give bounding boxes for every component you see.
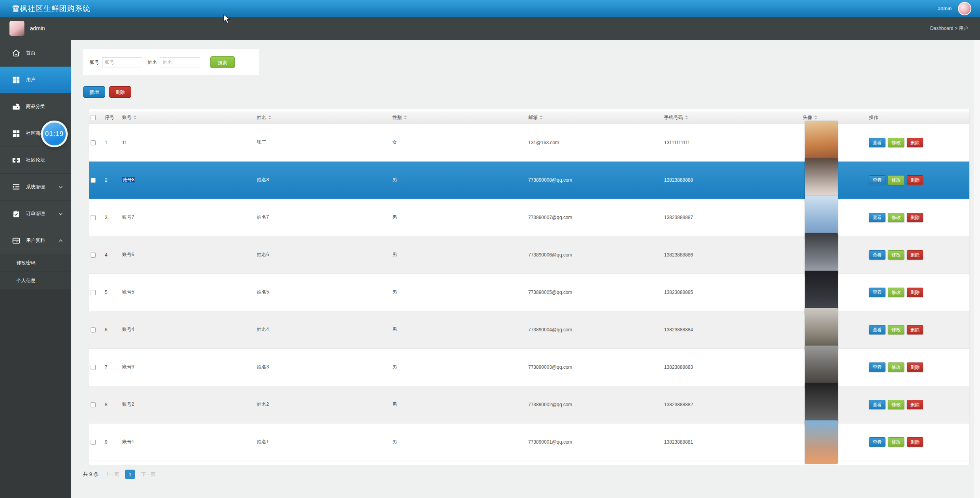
view-button[interactable]: 查看 xyxy=(869,175,885,185)
edit-button[interactable]: 修改 xyxy=(888,175,904,185)
table-row[interactable]: 7 账号3 姓名3 男 773890003@qq.com 13823888883… xyxy=(89,348,969,386)
delete-button[interactable]: 删除 xyxy=(907,213,923,222)
select-all-checkbox[interactable] xyxy=(91,115,96,120)
table-row[interactable]: 2 账号8 姓名8 男 773890008@qq.com 13823888888… xyxy=(89,161,969,199)
cell-phone: 13823888886 xyxy=(664,252,693,258)
header-gender[interactable]: 性别 xyxy=(392,114,402,121)
row-checkbox[interactable] xyxy=(91,327,96,333)
table-row[interactable]: 3 账号7 姓名7 男 773890007@qq.com 13823888887… xyxy=(89,199,969,236)
sidebar-item-order-management[interactable]: 订单管理 xyxy=(0,201,71,227)
header-name[interactable]: 姓名 xyxy=(257,114,266,121)
sort-icon[interactable] xyxy=(814,115,817,119)
current-page-button[interactable]: 1 xyxy=(125,470,135,479)
sidebar-item-label: 系统管理 xyxy=(26,184,45,190)
row-checkbox[interactable] xyxy=(91,140,96,145)
sort-icon[interactable] xyxy=(685,115,688,119)
sort-icon[interactable] xyxy=(404,115,407,119)
cell-account: 账号3 xyxy=(122,364,134,370)
table-row[interactable]: 9 账号1 姓名1 男 773890001@qq.com 13823888881… xyxy=(89,423,969,461)
view-button[interactable]: 查看 xyxy=(869,437,885,447)
delete-button[interactable]: 删除 xyxy=(907,362,923,372)
row-actions: 查看 修改 删除 xyxy=(869,213,969,222)
app-title: 雪枫社区生鲜团购系统 xyxy=(12,0,91,17)
add-button[interactable]: 新增 xyxy=(83,86,105,98)
row-checkbox[interactable] xyxy=(91,440,96,445)
row-checkbox[interactable] xyxy=(91,253,96,258)
user-avatar[interactable] xyxy=(9,21,24,36)
row-checkbox[interactable] xyxy=(91,215,96,220)
table-row[interactable]: 8 账号2 姓名2 男 773890002@qq.com 13823888882… xyxy=(89,386,969,423)
delete-button[interactable]: 删除 xyxy=(907,437,923,447)
view-button[interactable]: 查看 xyxy=(869,288,885,297)
delete-button[interactable]: 删除 xyxy=(907,250,923,260)
total-count: 共 9 条 xyxy=(83,471,98,478)
table-row[interactable]: 6 账号4 姓名4 男 773890004@qq.com 13823888884… xyxy=(89,311,969,348)
header-phone[interactable]: 手机号码 xyxy=(664,114,683,121)
cell-account: 11 xyxy=(122,140,127,145)
cell-name: 姓名6 xyxy=(257,252,269,257)
row-checkbox[interactable] xyxy=(91,178,96,183)
edit-button[interactable]: 修改 xyxy=(888,213,904,222)
account-input[interactable] xyxy=(102,57,142,67)
next-page-button[interactable]: 下一页 xyxy=(141,471,155,478)
header-avatar[interactable]: 头像 xyxy=(803,114,812,121)
cell-gender: 男 xyxy=(392,177,397,182)
edit-button[interactable]: 修改 xyxy=(888,138,904,147)
cell-name: 姓名2 xyxy=(257,401,269,407)
delete-button[interactable]: 删除 xyxy=(907,325,923,334)
sidebar-item-users[interactable]: 用户 xyxy=(0,67,71,93)
edit-button[interactable]: 修改 xyxy=(888,325,904,334)
sidebar-subitem-change-password[interactable]: 修改密码 xyxy=(0,254,71,272)
view-button[interactable]: 查看 xyxy=(869,325,885,334)
delete-button[interactable]: 删除 xyxy=(109,86,131,98)
view-button[interactable]: 查看 xyxy=(869,138,885,147)
sort-icon[interactable] xyxy=(540,115,543,119)
cell-account: 账号6 xyxy=(122,252,134,257)
edit-button[interactable]: 修改 xyxy=(888,362,904,372)
edit-button[interactable]: 修改 xyxy=(888,437,904,447)
cell-name: 姓名3 xyxy=(257,364,269,370)
edit-button[interactable]: 修改 xyxy=(888,250,904,260)
sort-icon[interactable] xyxy=(134,115,137,119)
search-button[interactable]: 搜索 xyxy=(210,56,235,68)
cell-account: 账号2 xyxy=(122,401,134,407)
edit-button[interactable]: 修改 xyxy=(888,400,904,409)
cell-gender: 男 xyxy=(392,214,397,220)
delete-button[interactable]: 删除 xyxy=(907,288,923,297)
delete-button[interactable]: 删除 xyxy=(907,175,923,185)
cell-email: 131@163.com xyxy=(528,140,559,145)
topbar-avatar[interactable] xyxy=(958,2,971,15)
prev-page-button[interactable]: 上一页 xyxy=(105,471,119,478)
view-button[interactable]: 查看 xyxy=(869,362,885,372)
name-input[interactable] xyxy=(160,57,200,67)
scrollbar[interactable] xyxy=(974,40,980,498)
user-name: admin xyxy=(30,17,45,40)
view-button[interactable]: 查看 xyxy=(869,400,885,409)
sidebar-item-community-forum[interactable]: 社区论坛 xyxy=(0,147,71,174)
view-button[interactable]: 查看 xyxy=(869,213,885,222)
sidebar-item-user-profile[interactable]: 用户资料 xyxy=(0,227,71,254)
avatar-image xyxy=(805,271,838,314)
row-checkbox[interactable] xyxy=(91,402,96,407)
cell-gender: 男 xyxy=(392,364,397,370)
topbar-username: admin xyxy=(938,0,952,17)
delete-button[interactable]: 删除 xyxy=(907,138,923,147)
row-checkbox[interactable] xyxy=(91,290,96,295)
bag-icon xyxy=(12,102,20,111)
delete-button[interactable]: 删除 xyxy=(907,400,923,409)
header-account[interactable]: 账号 xyxy=(122,114,132,121)
sidebar-item-system-management[interactable]: 系统管理 xyxy=(0,174,71,201)
table-row[interactable]: 1 11 张三 女 131@163.com 13111111111 查看 修改 … xyxy=(89,124,969,161)
cell-email: 773890001@qq.com xyxy=(528,439,572,445)
sidebar-subitem-personal-info[interactable]: 个人信息 xyxy=(0,272,71,290)
table-row[interactable]: 5 账号5 姓名5 男 773890005@qq.com 13823888885… xyxy=(89,273,969,311)
sidebar-item-product-category[interactable]: 商品分类 xyxy=(0,93,71,120)
sort-icon[interactable] xyxy=(268,115,271,119)
table-row[interactable]: 4 账号6 姓名6 男 773890006@qq.com 13823888886… xyxy=(89,236,969,273)
sidebar-item-home[interactable]: 首页 xyxy=(0,40,71,67)
view-button[interactable]: 查看 xyxy=(869,250,885,260)
edit-button[interactable]: 修改 xyxy=(888,288,904,297)
avatar-image xyxy=(805,196,838,239)
row-checkbox[interactable] xyxy=(91,365,96,370)
header-email[interactable]: 邮箱 xyxy=(528,114,538,121)
